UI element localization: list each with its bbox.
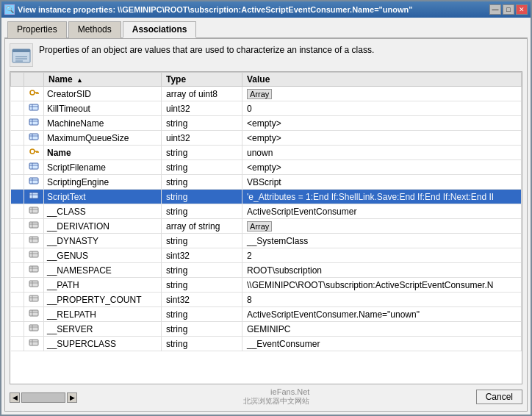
tab-associations[interactable]: Associations [123, 21, 197, 38]
type-cell: sint32 [162, 248, 242, 263]
icon-cell [24, 190, 44, 204]
type-cell: string [162, 263, 242, 278]
type-cell: string [162, 307, 242, 322]
table-row[interactable]: __SUPERCLASSstring__EventConsumer [11, 337, 522, 351]
type-cell: array of string [162, 219, 242, 234]
table-row[interactable]: MaximumQueueSizeuint32<empty> [11, 131, 522, 146]
table-row[interactable]: MachineNamestring<empty> [11, 116, 522, 131]
name-cell: __RELPATH [44, 307, 162, 322]
value-cell: <empty> [242, 160, 522, 175]
svg-rect-31 [29, 207, 38, 213]
expand-cell [11, 278, 24, 293]
icon-cell [24, 293, 44, 307]
icon-cell [24, 160, 44, 175]
table-row[interactable]: ScriptTextstring'e_Attributes = 1:End If… [11, 190, 522, 204]
array-button[interactable]: Array [247, 221, 272, 232]
name-cell: __NAMESPACE [44, 263, 162, 278]
svg-rect-12 [29, 119, 38, 125]
value-cell: ActiveScriptEventConsumer [242, 204, 522, 219]
value-cell: ROOT\subscription [242, 263, 522, 278]
tab-properties[interactable]: Properties [7, 21, 67, 38]
value-cell: Array [242, 219, 522, 234]
window-title: View instance properties: \\GEMINIPC\ROO… [18, 5, 412, 14]
table-row[interactable]: __DERIVATIONarray of stringArray [11, 219, 522, 234]
svg-rect-37 [29, 237, 38, 243]
scroll-left-button[interactable]: ◀ [10, 392, 20, 403]
table-row[interactable]: __PATHstring\\GEMINIPC\ROOT\subscription… [11, 278, 522, 293]
name-cell: CreatorSID [44, 87, 162, 101]
scroll-track[interactable] [21, 392, 65, 403]
svg-point-18 [30, 149, 35, 154]
table-row[interactable]: __CLASSstringActiveScriptEventConsumer [11, 204, 522, 219]
value-cell: 2 [242, 248, 522, 263]
expand-cell [11, 219, 24, 234]
info-icon [10, 43, 33, 67]
table-row[interactable]: __RELPATHstringActiveScriptEventConsumer… [11, 307, 522, 322]
table-row[interactable]: ScriptingEnginestringVBScript [11, 175, 522, 190]
cancel-button[interactable]: Cancel [476, 390, 522, 404]
col-name[interactable]: Name ▲ [44, 73, 162, 87]
icon-cell [24, 248, 44, 263]
col-type[interactable]: Type [162, 73, 242, 87]
maximize-button[interactable]: □ [503, 4, 514, 15]
table-row[interactable]: CreatorSIDarray of uint8Array [11, 87, 522, 101]
sort-icon: ▲ [76, 76, 83, 84]
name-cell: MachineName [44, 116, 162, 131]
name-cell: __PATH [44, 278, 162, 293]
icon-cell [24, 204, 44, 219]
name-cell: __SUPERCLASS [44, 337, 162, 351]
expand-cell [11, 307, 24, 322]
col-value[interactable]: Value [242, 73, 522, 87]
table-row[interactable]: __GENUSsint322 [11, 248, 522, 263]
table-row[interactable]: __DYNASTYstring__SystemClass [11, 234, 522, 248]
array-button[interactable]: Array [247, 89, 272, 99]
col-icon [24, 73, 44, 87]
value-cell: <empty> [242, 131, 522, 146]
expand-cell [11, 175, 24, 190]
tab-bar: Properties Methods Associations [4, 21, 528, 39]
svg-rect-46 [29, 281, 38, 287]
expand-cell [11, 234, 24, 248]
table-row[interactable]: __SERVERstringGEMINIPC [11, 322, 522, 337]
svg-rect-43 [29, 266, 38, 272]
type-cell: uint32 [162, 131, 242, 146]
svg-rect-49 [29, 295, 38, 301]
title-bar-buttons: — □ ✕ [489, 4, 528, 15]
expand-cell [11, 101, 24, 116]
icon-cell [24, 278, 44, 293]
type-cell: array of uint8 [162, 87, 242, 101]
scroll-right-button[interactable]: ▶ [67, 392, 77, 403]
svg-point-5 [30, 90, 35, 95]
table-row[interactable]: ScriptFilenamestring<empty> [11, 160, 522, 175]
type-cell: string [162, 175, 242, 190]
value-cell: \\GEMINIPC\ROOT\subscription:ActiveScrip… [242, 278, 522, 293]
expand-cell [11, 116, 24, 131]
window-icon: 🔍 [4, 4, 15, 15]
icon-cell [24, 234, 44, 248]
tab-methods[interactable]: Methods [68, 21, 121, 38]
table-row[interactable]: Namestringunown [11, 146, 522, 160]
svg-rect-1 [12, 49, 30, 52]
svg-rect-55 [29, 325, 38, 331]
name-cell: MaximumQueueSize [44, 131, 162, 146]
name-cell: __SERVER [44, 322, 162, 337]
table-row[interactable]: __NAMESPACEstringROOT\subscription [11, 263, 522, 278]
name-cell: __CLASS [44, 204, 162, 219]
value-cell: <empty> [242, 116, 522, 131]
properties-table-container[interactable]: Name ▲ Type Value [10, 71, 522, 384]
icon-cell [24, 146, 44, 160]
expand-cell [11, 337, 24, 351]
table-row[interactable]: __PROPERTY_COUNTsint328 [11, 293, 522, 307]
value-cell: 8 [242, 293, 522, 307]
icon-cell [24, 131, 44, 146]
minimize-button[interactable]: — [489, 4, 501, 15]
icon-cell [24, 219, 44, 234]
close-button[interactable]: ✕ [516, 4, 528, 15]
type-cell: string [162, 160, 242, 175]
name-cell: Name [44, 146, 162, 160]
type-cell: string [162, 278, 242, 293]
expand-cell [11, 190, 24, 204]
icon-cell [24, 263, 44, 278]
title-bar: 🔍 View instance properties: \\GEMINIPC\R… [1, 1, 531, 18]
table-row[interactable]: KillTimeoutuint320 [11, 101, 522, 116]
